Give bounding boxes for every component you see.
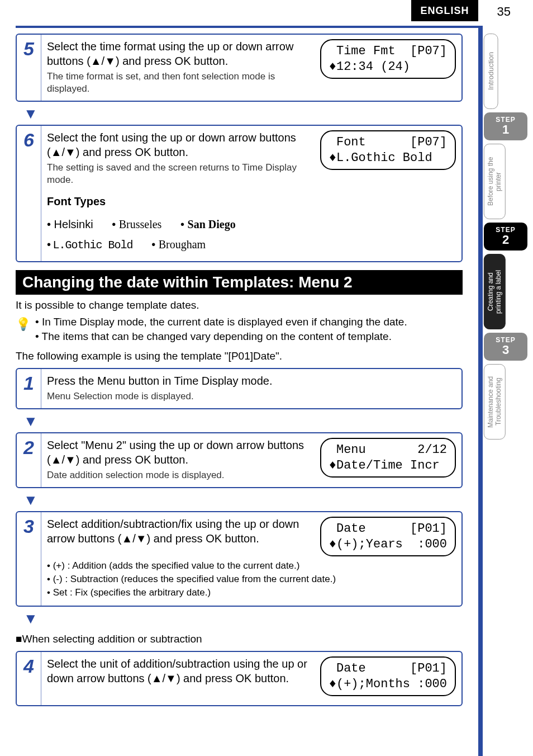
lcd-time-fmt: Time Fmt [P07] ♦12:34 (24) <box>320 39 456 79</box>
step-number: 3 <box>17 512 41 606</box>
step-number: 6 <box>17 126 41 261</box>
bullet-plus: • (+) : Addition (adds the specified val… <box>47 560 456 572</box>
menu2-step-1: 1 Press the Menu button in Time Display … <box>16 368 463 409</box>
top-rule <box>16 26 478 28</box>
step-number: 1 <box>17 369 41 408</box>
font-types-label: Font Types <box>47 194 456 209</box>
steptab-3[interactable]: STEP 3 <box>484 333 527 361</box>
tip-line-1: • In Time Display mode, the current date… <box>35 315 407 329</box>
lcd-date-months: Date [P01] ♦(+);Months :000 <box>320 656 456 696</box>
down-arrow-icon: ▼ <box>23 105 463 122</box>
font-brusseles: Brusseles <box>112 214 161 234</box>
down-arrow-icon: ▼ <box>23 413 463 430</box>
right-gutter <box>478 26 483 756</box>
steptab-num: 1 <box>484 124 527 136</box>
section-header-menu2: Changing the date within Templates: Menu… <box>16 270 463 295</box>
tip-block: 💡 • In Time Display mode, the current da… <box>16 315 463 343</box>
section2-intro: It is possible to change template dates. <box>16 298 463 313</box>
tab-introduction[interactable]: Introduction <box>484 34 498 109</box>
step-6: 6 Font [P07] ♦L.Gothic Bold Select the f… <box>16 125 463 262</box>
font-lgothic: L.Gothic Bold <box>47 234 133 256</box>
page-number: 35 <box>497 4 511 19</box>
bullet-set: • Set : Fix (specifies the arbitrary dat… <box>47 587 456 599</box>
lightbulb-icon: 💡 <box>16 315 31 330</box>
menu2-step-4: 4 Date [P01] ♦(+);Months :000 Select the… <box>16 651 463 706</box>
step-number: 5 <box>17 35 41 101</box>
step-subtext: Menu Selection mode is displayed. <box>47 390 456 403</box>
font-list: Helsinki Brusseles San Diego L.Gothic Bo… <box>47 214 456 256</box>
tab-before-using[interactable]: Before using the printer <box>484 144 506 219</box>
lcd-font: Font [P07] ♦L.Gothic Bold <box>320 130 456 170</box>
font-sandiego: San Diego <box>180 214 236 234</box>
tab-maintenance[interactable]: Maintenance and Troubleshooting <box>484 364 506 440</box>
steptab-num: 2 <box>484 234 527 246</box>
side-nav: Introduction STEP 1 Before using the pri… <box>484 34 527 443</box>
step-5: 5 Time Fmt [P07] ♦12:34 (24) Select the … <box>16 34 463 102</box>
step-number: 2 <box>17 433 41 487</box>
down-arrow-icon: ▼ <box>23 610 463 627</box>
steptab-1[interactable]: STEP 1 <box>484 112 527 140</box>
tip-line-2: • The items that can be changed vary dep… <box>35 329 407 344</box>
subheader-addsub: ■When selecting addition or subtraction <box>16 632 463 646</box>
lcd-date-years: Date [P01] ♦(+);Years :000 <box>320 517 456 556</box>
down-arrow-icon: ▼ <box>23 492 463 509</box>
bullet-minus: • (-) : Subtraction (reduces the specifi… <box>47 573 456 585</box>
steptab-num: 3 <box>484 344 527 356</box>
steptab-2[interactable]: STEP 2 <box>484 223 527 251</box>
language-badge: ENGLISH <box>411 0 478 21</box>
example-line: The following example is using the templ… <box>16 349 463 363</box>
step-title: Press the Menu button in Time Display mo… <box>47 374 456 388</box>
font-helsinki: Helsinki <box>47 214 93 234</box>
font-brougham: Brougham <box>151 234 206 254</box>
menu2-step-3: 3 Date [P01] ♦(+);Years :000 Select addi… <box>16 511 463 607</box>
step-number: 4 <box>17 652 41 705</box>
tab-creating-printing[interactable]: Creating and printing a label <box>484 254 506 329</box>
menu2-step-2: 2 Menu 2/12 ♦Date/Time Incr Select "Menu… <box>16 432 463 488</box>
lcd-menu: Menu 2/12 ♦Date/Time Incr <box>320 438 456 478</box>
